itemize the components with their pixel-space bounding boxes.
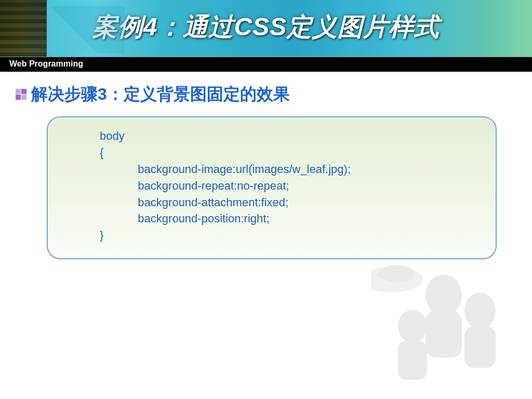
svg-rect-1 <box>425 311 462 357</box>
svg-point-6 <box>371 267 423 292</box>
content-area: 解决步骤3：定义背景图固定的效果 body { background-image… <box>0 72 532 259</box>
diamond-bullet-icon <box>16 89 27 100</box>
svg-point-4 <box>398 310 427 343</box>
code-line-4: background-position:right; <box>138 212 269 225</box>
subbar-label: Web Programming <box>0 57 532 72</box>
svg-point-0 <box>425 274 462 316</box>
code-close-brace: } <box>100 229 103 242</box>
svg-rect-5 <box>398 341 427 380</box>
code-selector: body <box>100 129 125 142</box>
code-block: body { background-image:url(images/w_lea… <box>100 128 480 244</box>
code-line-1: background-image:url(images/w_leaf.jpg); <box>138 163 351 176</box>
decorative-illustration <box>371 259 527 394</box>
section-heading: 解决步骤3：定义背景图固定的效果 <box>16 83 516 106</box>
banner: 案例4：通过CSS定义图片样式 <box>0 0 532 57</box>
heading-text: 解决步骤3：定义背景图固定的效果 <box>31 83 290 106</box>
code-open-brace: { <box>100 146 103 159</box>
code-box: body { background-image:url(images/w_lea… <box>47 116 497 259</box>
svg-rect-3 <box>464 326 496 368</box>
code-line-3: background-attachment:fixed; <box>138 196 288 209</box>
slide-title: 案例4：通过CSS定义图片样式 <box>0 10 532 44</box>
code-line-2: background-repeat:no-repeat; <box>138 179 289 192</box>
svg-point-2 <box>464 292 496 329</box>
